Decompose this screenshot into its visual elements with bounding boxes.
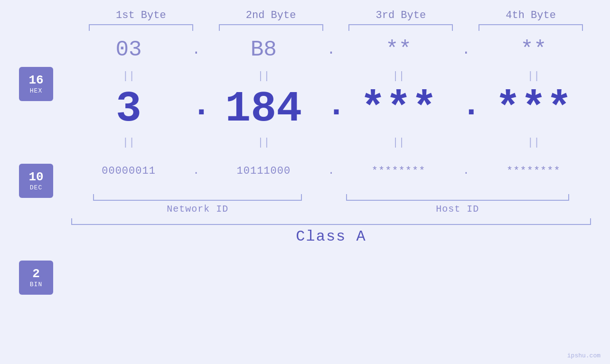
- dec-cell-4: ***: [481, 85, 586, 133]
- byte3-label: 3rd Byte: [348, 9, 453, 21]
- eq1-1: ||: [76, 70, 181, 82]
- hex-data-row: 03 . B8 . ** . **: [66, 31, 596, 69]
- dec-cell-2: 184: [211, 85, 316, 133]
- equals-row-1: || || || ||: [66, 69, 596, 83]
- bin-val-2: 10111000: [237, 165, 291, 177]
- host-id-section: Host ID: [339, 194, 576, 215]
- dec-dot-3: .: [461, 89, 471, 130]
- dec-val-1: 3: [116, 85, 141, 133]
- class-bracket: [71, 218, 591, 225]
- bin-val-4: ********: [507, 165, 561, 177]
- bin-cell-2: 10111000: [211, 165, 316, 177]
- hex-cell-2: B8: [211, 37, 316, 62]
- hex-dot-1: .: [191, 42, 201, 58]
- bin-data-row: 00000011 . 10111000 . ******** . *******…: [66, 149, 596, 192]
- dec-data-row: 3 . 184 . *** . ***: [66, 83, 596, 135]
- hex-val-1: 03: [115, 37, 141, 62]
- network-id-label: Network ID: [167, 204, 228, 215]
- byte-headers: 1st Byte 2nd Byte 3rd Byte 4th Byte: [0, 0, 610, 21]
- class-label: Class A: [296, 228, 366, 245]
- hex-number: 16: [28, 74, 43, 87]
- dec-val-3: ***: [360, 85, 437, 133]
- eq2-4: ||: [481, 137, 586, 149]
- bin-val-1: 00000011: [102, 165, 156, 177]
- hex-badge: 16 HEX: [19, 67, 53, 101]
- bin-badge: 2 BIN: [19, 261, 53, 295]
- host-id-label: Host ID: [436, 204, 479, 215]
- hex-val-2: B8: [251, 37, 277, 62]
- bin-dot-1: .: [191, 165, 201, 177]
- network-id-section: Network ID: [86, 194, 309, 215]
- byte2-label: 2nd Byte: [219, 9, 323, 21]
- dec-cell-3: ***: [347, 85, 451, 133]
- hex-val-4: **: [520, 37, 546, 62]
- data-rows-area: 03 . B8 . ** . ** || ||: [66, 31, 610, 364]
- eq1-2: ||: [211, 70, 316, 82]
- dec-dot-1: .: [191, 89, 201, 130]
- dec-dot-2: .: [326, 89, 336, 130]
- bin-number: 2: [32, 267, 40, 281]
- byte4-label: 4th Byte: [479, 9, 583, 21]
- main-container: 1st Byte 2nd Byte 3rd Byte 4th Byte 16 H…: [0, 0, 610, 364]
- byte1-label: 1st Byte: [89, 9, 193, 21]
- eq2-3: ||: [347, 137, 451, 149]
- bin-val-3: ********: [372, 165, 426, 177]
- bin-cell-4: ********: [481, 165, 586, 177]
- base-labels-col: 16 HEX 10 DEC 2 BIN: [0, 31, 66, 364]
- hex-cell-3: **: [347, 37, 451, 62]
- equals-row-2: || || || ||: [66, 135, 596, 149]
- bin-dot-2: .: [326, 165, 336, 177]
- hex-dot-3: .: [461, 42, 471, 58]
- hex-name: HEX: [30, 87, 42, 94]
- watermark: ipshu.com: [567, 352, 601, 359]
- class-section: Class A: [66, 218, 596, 245]
- bin-dot-3: .: [461, 165, 471, 177]
- eq1-3: ||: [347, 70, 451, 82]
- eq2-1: ||: [76, 137, 181, 149]
- dec-badge: 10 DEC: [19, 164, 53, 198]
- eq1-4: ||: [481, 70, 586, 82]
- bin-cell-1: 00000011: [76, 165, 181, 177]
- dec-number: 10: [28, 170, 43, 184]
- hex-cell-1: 03: [76, 37, 181, 62]
- bracket-byte3: [348, 24, 453, 31]
- bin-cell-3: ********: [347, 165, 451, 177]
- dec-val-4: ***: [495, 85, 572, 133]
- bracket-byte2: [219, 24, 323, 31]
- bracket-byte1: [89, 24, 193, 31]
- bottom-bracket-row: Network ID Host ID: [66, 194, 596, 215]
- host-bracket: [346, 194, 569, 201]
- dec-val-2: 184: [225, 85, 302, 133]
- network-bracket: [93, 194, 302, 201]
- dec-name: DEC: [30, 184, 42, 191]
- top-brackets: [0, 24, 610, 31]
- eq2-2: ||: [211, 137, 316, 149]
- hex-val-3: **: [385, 37, 412, 62]
- hex-dot-2: .: [326, 42, 336, 58]
- hex-cell-4: **: [481, 37, 586, 62]
- bin-name: BIN: [30, 281, 42, 288]
- bracket-byte4: [479, 24, 583, 31]
- dec-cell-1: 3: [76, 85, 181, 133]
